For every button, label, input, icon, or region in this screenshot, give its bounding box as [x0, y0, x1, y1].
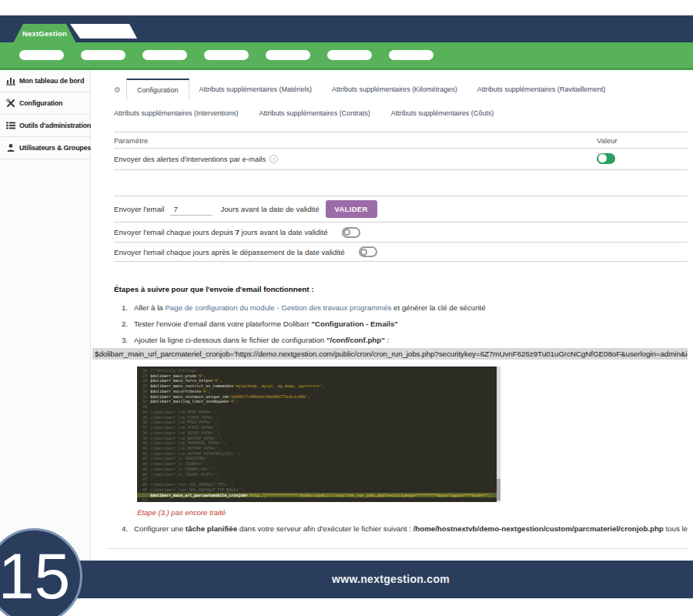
- sidebar-item-users-groups[interactable]: Utilisateurs & Groupes: [0, 137, 90, 159]
- step-3-text: Ajouter la ligne ci-dessous dans le fich…: [134, 336, 389, 344]
- table-header-row: Paramètre Valeur: [114, 132, 688, 149]
- nav-menu-pill[interactable]: [81, 50, 126, 60]
- step-4-text: Configurer une tâche planifiée dans votr…: [134, 524, 688, 533]
- sidebar-item-dashboard[interactable]: Mon tableau de bord: [0, 70, 90, 92]
- step-1: 1. Aller à la Page de configuration du m…: [114, 303, 688, 312]
- tab-attrs-ravitaillement[interactable]: Attributs supplémentaires (Ravitaillemen…: [467, 79, 616, 99]
- alerts-toggle[interactable]: [597, 153, 615, 164]
- tab-attrs-kilometrages[interactable]: Attributs supplémentaires (Kilométrages): [322, 79, 467, 99]
- tab-bar-row2: Attributs supplémentaires (Interventions…: [114, 105, 688, 122]
- footer-bar: www.nextgestion.com: [0, 561, 693, 598]
- email-days-label: Envoyer l'email: [114, 205, 164, 213]
- table-row: Envoyer des alertes d'interventions par …: [114, 149, 688, 170]
- main-nav-bar: [0, 42, 693, 70]
- tab-attrs-interventions[interactable]: Attributs supplémentaires (Interventions…: [114, 105, 239, 122]
- tab-bar-row1: ⚙ Configuration Attributs supplémentaire…: [114, 79, 688, 100]
- setting-label: Envoyer des alertes d'interventions par …: [114, 155, 266, 163]
- days-input[interactable]: [170, 203, 213, 216]
- tools-icon: [6, 99, 15, 108]
- email-before-label: Envoyer l'email chaque jours depuis 7 jo…: [114, 228, 328, 236]
- bar-chart-icon: [6, 76, 15, 85]
- footer-url: www.nextgestion.com: [0, 561, 693, 598]
- param-column-header: Paramètre: [114, 136, 597, 145]
- email-before-row: Envoyer l'email chaque jours depuis 7 jo…: [114, 222, 688, 242]
- nav-menu-pill[interactable]: [19, 50, 64, 60]
- list-icon: [6, 121, 15, 130]
- tab-attrs-contrats[interactable]: Attributs supplémentaires (Contrats): [259, 105, 370, 122]
- step-2: 2. Tester l'envoie d'email dans votre pl…: [114, 320, 688, 328]
- scrollbar-thumb[interactable]: [497, 479, 500, 500]
- tab-attrs-materiels[interactable]: Attributs supplémentaires (Matériels): [189, 79, 323, 99]
- tab-configuration[interactable]: Configuration: [126, 79, 189, 100]
- code-block-lines: 26// Security settings27$dolibarr_main_p…: [137, 368, 500, 502]
- steps-list: 1. Aller à la Page de configuration du m…: [114, 303, 688, 533]
- step-4: 4. Configurer une tâche planifiée dans v…: [114, 524, 688, 533]
- step-2-text: Tester l'envoie d'email dans votre plate…: [134, 320, 398, 328]
- sidebar: Mon tableau de bord Configuration Outils…: [0, 70, 91, 561]
- email-after-toggle[interactable]: [359, 246, 377, 257]
- email-before-toggle[interactable]: [342, 227, 360, 238]
- sidebar-item-label: Configuration: [19, 99, 62, 107]
- info-icon[interactable]: i: [270, 155, 278, 163]
- brand-logo-tab[interactable]: NextGestion: [12, 24, 77, 45]
- sidebar-item-label: Utilisateurs & Groupes: [19, 144, 91, 152]
- valider-button[interactable]: VALIDER: [326, 200, 377, 218]
- email-days-suffix: Jours avant la date de validité: [220, 205, 319, 213]
- nav-menu-pill[interactable]: [327, 50, 372, 60]
- header-decoration: [70, 24, 137, 38]
- conf-file-screenshot: 26// Security settings27$dolibarr_main_p…: [137, 367, 500, 502]
- value-column-header: Valeur: [597, 136, 688, 145]
- email-days-row: Envoyer l'email Jours avant la date de v…: [114, 196, 688, 222]
- sidebar-item-configuration[interactable]: Configuration: [0, 92, 90, 115]
- settings-table: Paramètre Valeur Envoyer des alertes d'i…: [114, 132, 688, 170]
- nav-menu-pill[interactable]: [142, 50, 187, 60]
- steps-heading: Étapes à suivre pour que l'envoie d'emai…: [114, 285, 688, 293]
- main-content: ⚙ Configuration Attributs supplémentaire…: [91, 70, 693, 549]
- step-3-note: Étape (3.) pas encore traité: [137, 508, 688, 517]
- tab-attrs-couts[interactable]: Attributs supplémentaires (Côuts): [391, 105, 494, 122]
- sidebar-item-label: Mon tableau de bord: [19, 77, 84, 85]
- code-scrollbar[interactable]: [497, 367, 500, 502]
- email-settings-rows: Envoyer l'email Jours avant la date de v…: [114, 196, 688, 262]
- cronjob-config-line[interactable]: $dolibarr_main_url_parcmateriel_cronjob=…: [92, 348, 688, 360]
- nav-menu-pill[interactable]: [204, 50, 249, 60]
- page-number-badge: 15: [0, 528, 82, 616]
- nav-menu-pill[interactable]: [266, 50, 310, 60]
- toggle-knob: [598, 154, 607, 162]
- content-bottom-divider: [108, 548, 688, 549]
- sidebar-item-admin-tools[interactable]: Outils d'administration: [0, 115, 90, 137]
- module-config-link[interactable]: Page de configuration du module - Gestio…: [165, 303, 391, 312]
- nav-menu-pill[interactable]: [389, 50, 434, 60]
- step-3: 3. Ajouter la ligne ci-dessous dans le f…: [114, 336, 688, 517]
- toggle-knob: [343, 229, 350, 236]
- user-icon: [6, 143, 15, 152]
- sidebar-item-label: Outils d'administration: [19, 122, 91, 129]
- toggle-knob: [360, 249, 367, 256]
- email-after-row: Envoyer l'email chaque jours après le dé…: [114, 242, 688, 262]
- step-1-text: Aller à la Page de configuration du modu…: [134, 303, 486, 312]
- email-after-label: Envoyer l'email chaque jours après le dé…: [114, 248, 345, 256]
- setup-gear-icon: ⚙: [114, 85, 121, 94]
